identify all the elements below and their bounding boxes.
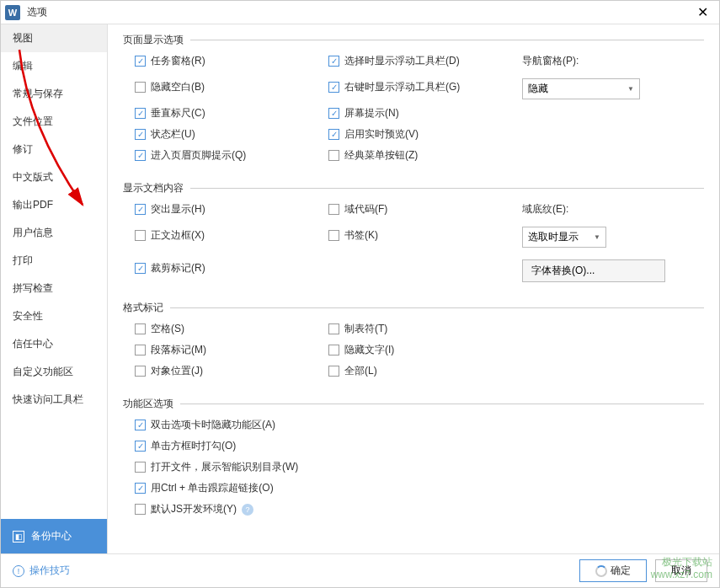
checkbox-classicmenu[interactable]: [328, 150, 339, 161]
sidebar-item-general[interactable]: 常规与保存: [1, 80, 107, 108]
sidebar-item-edit[interactable]: 编辑: [1, 52, 107, 80]
checkbox-objpos[interactable]: [135, 366, 146, 377]
section-doc-content: 显示文档内容 ✓突出显示(H) 域代码(F) 域底纹(E): 正文边框(X) 书…: [123, 181, 704, 289]
sidebar-item-customribbon[interactable]: 自定义功能区: [1, 358, 107, 386]
sidebar-item-chinese[interactable]: 中文版式: [1, 163, 107, 191]
sidebar-item-revision[interactable]: 修订: [1, 136, 107, 163]
checkbox-headerfooter[interactable]: ✓: [135, 150, 146, 161]
checkbox-hideblank[interactable]: [135, 82, 146, 93]
sidebar-item-trust[interactable]: 信任中心: [1, 330, 107, 358]
sidebar: 视图 编辑 常规与保存 文件位置 修订 中文版式 输出PDF 用户信息 打印 拼…: [1, 24, 108, 553]
checkbox-opensmart[interactable]: [135, 462, 146, 473]
sidebar-item-print[interactable]: 打印: [1, 247, 107, 275]
tips-link[interactable]: ! 操作技巧: [13, 564, 70, 578]
ok-button[interactable]: 确定: [579, 559, 647, 582]
app-icon: W: [5, 5, 20, 20]
section-page-display: 页面显示选项 ✓任务窗格(R) ✓选择时显示浮动工具栏(D) 导航窗格(P): …: [123, 33, 704, 169]
checkbox-highlight[interactable]: ✓: [135, 204, 146, 215]
nav-pane-select[interactable]: 隐藏▼: [522, 78, 640, 99]
checkbox-hiddentext[interactable]: [328, 345, 339, 355]
checkbox-all[interactable]: [328, 366, 339, 377]
sidebar-item-pdf[interactable]: 输出PDF: [1, 191, 107, 219]
checkbox-screentip[interactable]: ✓: [328, 108, 339, 119]
checkbox-tab[interactable]: [328, 323, 339, 334]
checkbox-livepreview[interactable]: ✓: [328, 129, 339, 140]
shading-select[interactable]: 选取时显示▼: [522, 227, 606, 248]
backup-button[interactable]: ◧ 备份中心: [1, 519, 107, 553]
footer: ! 操作技巧 确定 取消: [1, 553, 719, 587]
checkbox-paramark[interactable]: [135, 345, 146, 355]
checkbox-clickcheck[interactable]: ✓: [135, 441, 146, 452]
section-ribbon: 功能区选项 ✓双击选项卡时隐藏功能区(A) ✓单击方框时打勾(O) 打开文件，展…: [123, 397, 704, 523]
checkbox-selectfloat[interactable]: ✓: [328, 56, 339, 67]
sidebar-item-filelocation[interactable]: 文件位置: [1, 108, 107, 136]
loading-icon: [595, 565, 607, 577]
font-replace-button[interactable]: 字体替换(O)...: [522, 259, 665, 282]
sidebar-item-view[interactable]: 视图: [1, 24, 107, 52]
checkbox-jsdev[interactable]: [135, 504, 146, 515]
checkbox-statusbar[interactable]: ✓: [135, 129, 146, 140]
checkbox-bookmark[interactable]: [328, 230, 339, 241]
info-icon[interactable]: ?: [242, 504, 253, 516]
sidebar-item-spellcheck[interactable]: 拼写检查: [1, 275, 107, 302]
checkbox-taskpane[interactable]: ✓: [135, 56, 146, 67]
checkbox-ctrllink[interactable]: ✓: [135, 483, 146, 494]
checkbox-fieldcode[interactable]: [328, 204, 339, 215]
dropdown-arrow-icon: ▼: [594, 233, 600, 241]
cancel-button[interactable]: 取消: [655, 559, 707, 582]
sidebar-item-security[interactable]: 安全性: [1, 302, 107, 330]
checkbox-rightfloat[interactable]: ✓: [328, 82, 339, 93]
tips-icon: !: [13, 565, 24, 577]
dropdown-arrow-icon: ▼: [627, 85, 634, 93]
legend-ribbon: 功能区选项: [123, 397, 180, 411]
section-format-mark: 格式标记 空格(S) 制表符(T) 段落标记(M) 隐藏文字(I) 对象位置(J…: [123, 301, 704, 385]
checkbox-cropmark[interactable]: ✓: [135, 263, 146, 274]
sidebar-item-quickaccess[interactable]: 快速访问工具栏: [1, 386, 107, 414]
content-panel: 页面显示选项 ✓任务窗格(R) ✓选择时显示浮动工具栏(D) 导航窗格(P): …: [108, 24, 719, 553]
checkbox-dblhide[interactable]: ✓: [135, 420, 146, 430]
shading-label: 域底纹(E):: [522, 202, 665, 216]
checkbox-space[interactable]: [135, 323, 146, 334]
legend-format-mark: 格式标记: [123, 301, 170, 315]
window-title: 选项: [27, 5, 47, 19]
sidebar-item-userinfo[interactable]: 用户信息: [1, 219, 107, 247]
backup-icon: ◧: [13, 531, 24, 543]
nav-pane-label: 导航窗格(P):: [522, 54, 665, 68]
titlebar: W 选项 ✕: [1, 1, 719, 24]
close-button[interactable]: ✕: [685, 1, 719, 24]
legend-page-display: 页面显示选项: [123, 33, 190, 47]
checkbox-textborder[interactable]: [135, 230, 146, 241]
backup-label: 备份中心: [31, 529, 72, 543]
legend-doc-content: 显示文档内容: [123, 181, 190, 195]
checkbox-vruler[interactable]: ✓: [135, 108, 146, 119]
